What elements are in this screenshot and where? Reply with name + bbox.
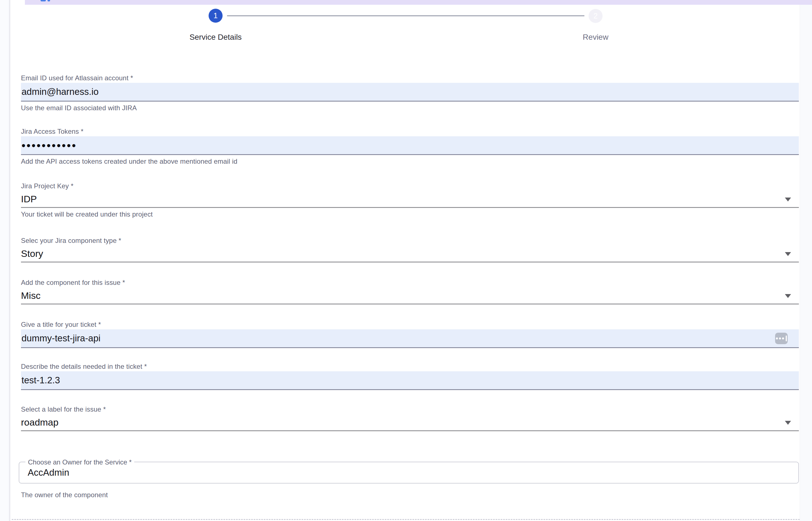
issue-component-label: Add the component for this issue * [21, 278, 799, 287]
step-2-circle: 2 [589, 9, 602, 23]
chevron-down-icon[interactable] [785, 421, 791, 425]
component-type-select[interactable]: Story [21, 245, 799, 263]
issue-component-value: Misc [21, 290, 41, 301]
bottom-dashed-divider [12, 519, 800, 520]
issue-label-value: roadmap [21, 417, 58, 428]
tokens-input[interactable] [21, 136, 799, 155]
project-key-label: Jira Project Key * [21, 182, 799, 190]
issue-label-label: Select a label for the issue * [21, 405, 799, 413]
left-margin-rail [0, 0, 10, 521]
chevron-down-icon[interactable] [785, 294, 791, 298]
ticket-title-label: Give a title for your ticket * [21, 320, 799, 329]
email-input[interactable] [21, 83, 799, 101]
drawer-top-strip [25, 0, 812, 5]
component-type-value: Story [21, 248, 43, 259]
field-issue-label: Select a label for the issue * roadmap [21, 405, 799, 431]
field-jira-project-key: Jira Project Key * IDP Your ticket will … [21, 182, 799, 219]
service-owner-label: Choose an Owner for the Service * [25, 458, 134, 467]
field-service-owner: Choose an Owner for the Service * The ow… [21, 462, 799, 499]
ticket-description-input[interactable] [21, 371, 799, 390]
field-ticket-description: Describe the details needed in the ticke… [21, 362, 799, 390]
clipped-blue-icon [48, 0, 50, 1]
right-margin-rail [800, 0, 812, 521]
service-owner-outline: Choose an Owner for the Service * [19, 462, 799, 483]
step-1-label: Service Details [171, 33, 260, 42]
step-1-circle: 1 [209, 9, 222, 23]
project-key-select[interactable]: IDP [21, 191, 799, 208]
step-2-label: Review [551, 33, 640, 42]
issue-label-select[interactable]: roadmap [21, 414, 799, 431]
project-key-helper: Your ticket will be created under this p… [21, 210, 799, 219]
chevron-down-icon[interactable] [785, 198, 791, 201]
tokens-helper: Add the API access tokens created under … [21, 157, 799, 166]
email-helper: Use the email ID associated with JIRA [21, 104, 799, 112]
stepper-connector-line [227, 15, 584, 16]
project-key-value: IDP [21, 194, 37, 205]
field-email: Email ID used for Atlassain account * Us… [21, 74, 799, 112]
field-issue-component: Add the component for this issue * Misc [21, 278, 799, 304]
component-type-label: Selec your Jira component type * [21, 236, 799, 245]
field-component-type: Selec your Jira component type * Story [21, 236, 799, 263]
chevron-down-icon[interactable] [785, 252, 791, 256]
ticket-title-input[interactable] [21, 329, 799, 348]
ticket-description-label: Describe the details needed in the ticke… [21, 362, 799, 371]
service-owner-input[interactable] [19, 462, 798, 483]
tokens-label: Jira Access Tokens * [21, 127, 799, 136]
issue-component-select[interactable]: Misc [21, 287, 799, 304]
field-jira-access-tokens: Jira Access Tokens * Add the API access … [21, 127, 799, 166]
clipped-blue-icon [41, 0, 46, 1]
ellipsis-cursor-icon[interactable] [775, 333, 788, 344]
email-label: Email ID used for Atlassain account * [21, 74, 799, 82]
service-owner-helper: The owner of the component [21, 491, 799, 499]
field-ticket-title: Give a title for your ticket * [21, 320, 799, 348]
